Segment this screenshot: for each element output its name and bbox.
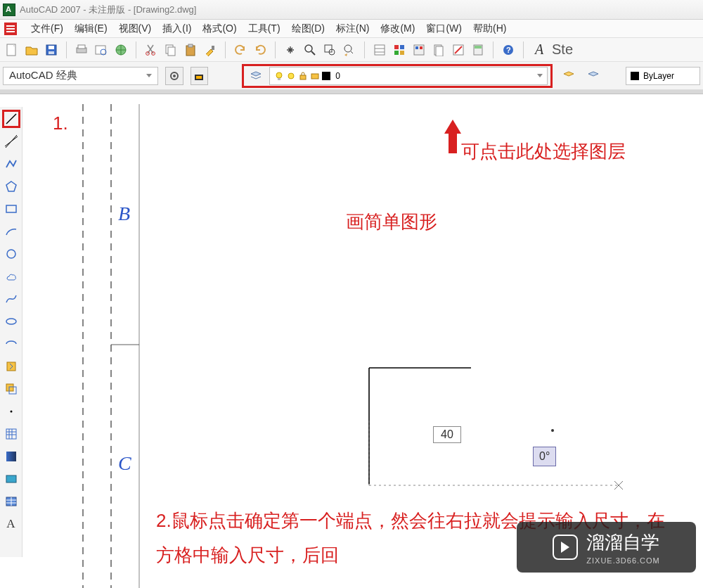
layer-dropdown[interactable]: 0: [269, 67, 548, 85]
svg-rect-30: [420, 46, 423, 49]
svg-rect-63: [6, 452, 16, 461]
layer-states-icon[interactable]: [560, 67, 577, 85]
layer-previous-icon[interactable]: [584, 67, 602, 85]
help-icon[interactable]: ?: [499, 41, 517, 59]
svg-point-79: [551, 429, 554, 432]
open-icon[interactable]: [22, 41, 41, 59]
svg-rect-26: [394, 51, 399, 55]
menu-draw[interactable]: 绘图(D): [292, 23, 325, 35]
menu-window[interactable]: 窗口(W): [426, 23, 462, 35]
annotation-layer: 可点击此处选择图层: [461, 139, 626, 164]
workspace-dropdown[interactable]: AutoCAD 经典: [3, 67, 158, 85]
plot-preview-icon[interactable]: [92, 41, 110, 59]
polyline-icon[interactable]: [2, 155, 20, 173]
drawing-canvas[interactable]: B C 1. 可点击此处选择图层 画简单图形 40 0° 2.鼠标点击确定第一个…: [28, 104, 703, 588]
svg-rect-58: [6, 429, 16, 439]
workspace-value: AutoCAD 经典: [9, 69, 77, 82]
workspace-settings-icon[interactable]: [165, 67, 183, 85]
menu-modify[interactable]: 修改(M): [380, 23, 415, 35]
sheet-set-icon[interactable]: [430, 41, 448, 59]
print-icon[interactable]: [72, 41, 91, 59]
menu-file[interactable]: 文件(F): [31, 23, 63, 35]
steering-label: Ste: [552, 41, 573, 58]
menu-view[interactable]: 视图(V): [119, 23, 152, 35]
revcloud-icon[interactable]: [2, 267, 20, 286]
bulb-icon: [274, 71, 284, 81]
hatch-icon[interactable]: [2, 425, 20, 443]
svg-point-42: [276, 72, 282, 78]
svg-rect-14: [188, 44, 193, 47]
menu-insert[interactable]: 插入(I): [162, 23, 191, 35]
annotation-step1: 1.: [53, 113, 68, 134]
paste-icon[interactable]: [181, 41, 200, 59]
sun-icon: [286, 71, 296, 81]
svg-rect-25: [400, 45, 404, 49]
linetype-dropdown[interactable]: ByLayer: [626, 67, 700, 85]
svg-rect-2: [49, 46, 54, 49]
undo-icon[interactable]: [231, 41, 250, 59]
linetype-value: ByLayer: [643, 71, 674, 81]
svg-rect-27: [400, 51, 404, 55]
up-arrow-icon: [444, 120, 461, 134]
construction-line-icon[interactable]: [2, 132, 20, 151]
zoom-window-icon[interactable]: [321, 41, 339, 59]
rectangle-icon[interactable]: [2, 200, 20, 218]
plot-icon: [310, 71, 320, 81]
pan-icon[interactable]: [281, 41, 299, 59]
new-icon[interactable]: [3, 41, 21, 59]
svg-rect-29: [415, 46, 418, 49]
tool-palettes-icon[interactable]: [410, 41, 428, 59]
watermark: 溜溜自学 ZIXUE.3D66.COM: [517, 522, 696, 573]
chevron-down-icon: [537, 74, 543, 77]
insert-block-icon[interactable]: [2, 357, 20, 376]
arc-icon[interactable]: [2, 222, 20, 241]
zoom-previous-icon[interactable]: [340, 41, 359, 59]
dimension-input[interactable]: 40: [433, 426, 461, 443]
text-style-a-icon[interactable]: A: [529, 41, 549, 59]
copy-icon[interactable]: [162, 41, 180, 59]
layer-manager-icon[interactable]: [247, 67, 265, 85]
circle-icon[interactable]: [2, 245, 20, 263]
markup-icon[interactable]: [449, 41, 467, 59]
region-icon[interactable]: [2, 470, 20, 488]
mtext-icon[interactable]: A: [2, 515, 20, 533]
menu-edit[interactable]: 编辑(E): [75, 23, 108, 35]
layer-color-swatch: [322, 72, 330, 80]
menu-help[interactable]: 帮助(H): [473, 23, 506, 35]
point-icon[interactable]: [2, 402, 20, 421]
angle-input[interactable]: 0°: [533, 447, 556, 466]
svg-rect-55: [6, 384, 13, 391]
gradient-icon[interactable]: [2, 447, 20, 466]
menu-format[interactable]: 格式(O): [202, 23, 236, 35]
calc-icon[interactable]: [469, 41, 487, 59]
app-menu-icon[interactable]: [4, 23, 17, 35]
save-icon[interactable]: [42, 41, 60, 59]
annotation-title: 画简单图形: [346, 210, 437, 234]
workspace-lock-icon[interactable]: [191, 67, 208, 85]
zoom-realtime-icon[interactable]: [301, 41, 319, 59]
standard-toolbar: ? A Ste: [0, 38, 703, 62]
redo-icon[interactable]: [251, 41, 269, 59]
axis-label-b: B: [118, 203, 130, 225]
ellipse-icon[interactable]: [2, 312, 20, 331]
svg-rect-43: [278, 78, 280, 80]
menu-dimension[interactable]: 标注(N): [336, 23, 369, 35]
match-props-icon[interactable]: [201, 41, 219, 59]
properties-icon[interactable]: [370, 41, 389, 59]
table-icon[interactable]: [2, 492, 20, 511]
spline-icon[interactable]: [2, 290, 20, 308]
up-arrow-stem: [449, 134, 457, 153]
cut-icon[interactable]: [142, 41, 160, 59]
window-title: AutoCAD 2007 - 未注册版 - [Drawing2.dwg]: [20, 4, 196, 16]
polygon-icon[interactable]: [2, 177, 20, 196]
chevron-down-icon: [146, 74, 152, 77]
line-tool-icon[interactable]: [2, 110, 20, 128]
publish-icon[interactable]: [112, 41, 130, 59]
menu-tools[interactable]: 工具(T): [248, 23, 280, 35]
design-center-icon[interactable]: [390, 41, 408, 59]
svg-rect-18: [325, 45, 332, 52]
make-block-icon[interactable]: [2, 380, 20, 398]
ellipse-arc-icon[interactable]: [2, 335, 20, 353]
svg-rect-41: [196, 76, 202, 79]
svg-rect-54: [7, 362, 15, 371]
